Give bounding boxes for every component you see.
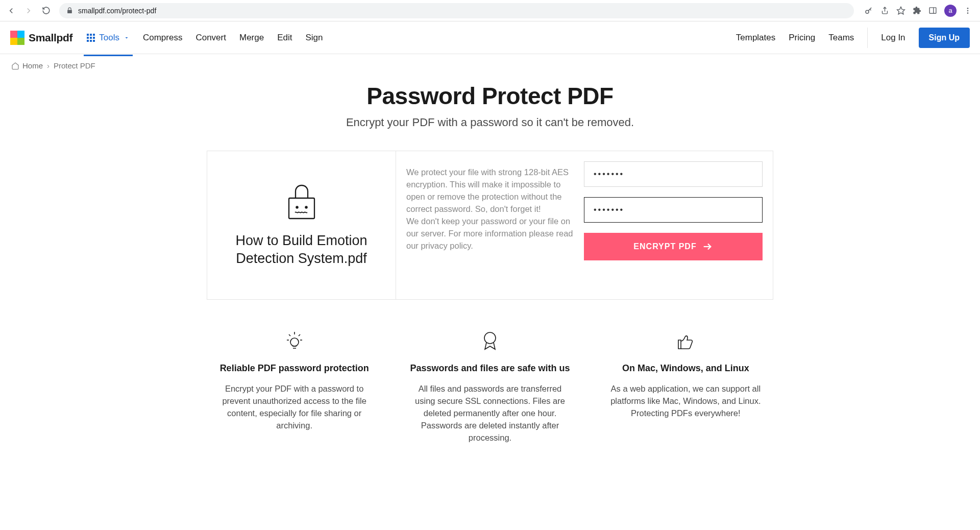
feature-safe: Passwords and files are safe with us All… [402, 330, 577, 444]
description-column: We protect your file with strong 128-bit… [396, 151, 584, 299]
confirm-password-input[interactable] [584, 197, 763, 223]
uploaded-file-name: How to Build Emotion Detection System.pd… [223, 232, 380, 268]
svg-point-4 [967, 8, 969, 9]
browser-reload-button[interactable] [39, 4, 53, 18]
nav-tools-label: Tools [99, 33, 119, 43]
feature-platforms: On Mac, Windows, and Linux As a web appl… [598, 330, 773, 444]
right-nav: Templates Pricing Teams Log In Sign Up [736, 28, 970, 48]
logo-mark-icon [10, 31, 24, 45]
file-column: How to Build Emotion Detection System.pd… [207, 151, 396, 299]
svg-point-9 [305, 206, 307, 208]
password-input[interactable] [584, 161, 763, 187]
nav-edit[interactable]: Edit [277, 33, 292, 43]
feature-reliable: Reliable PDF password protection Encrypt… [207, 330, 382, 444]
arrow-right-icon [702, 241, 713, 252]
breadcrumb-home[interactable]: Home [11, 61, 43, 70]
description-paragraph-2: We don't keep your password or your file… [406, 215, 574, 252]
svg-point-17 [484, 332, 496, 344]
lock-icon [66, 7, 73, 14]
page-content-viewport[interactable]: Smallpdf Tools Compress Convert Merge Ed… [0, 21, 980, 530]
lightbulb-icon [212, 330, 377, 352]
svg-point-11 [290, 338, 299, 346]
browser-back-button[interactable] [4, 4, 18, 18]
nav-merge[interactable]: Merge [239, 33, 264, 43]
browser-url-text: smallpdf.com/protect-pdf [78, 7, 156, 15]
breadcrumb-current: Protect PDF [54, 61, 95, 70]
breadcrumb-separator: › [47, 61, 50, 70]
feature-body: Encrypt your PDF with a password to prev… [212, 383, 377, 432]
feature-body: As a web application, we can support all… [603, 383, 768, 420]
page-title: Password Protect PDF [10, 82, 970, 110]
feature-body: All files and passwords are transferred … [407, 383, 572, 444]
nav-convert[interactable]: Convert [195, 33, 226, 43]
chevron-down-icon [124, 35, 130, 41]
svg-point-5 [967, 10, 969, 11]
star-icon[interactable] [896, 6, 905, 15]
encrypt-button-label: ENCRYPT PDF [633, 242, 696, 251]
svg-point-8 [296, 206, 298, 208]
divider [867, 28, 868, 48]
share-icon[interactable] [880, 6, 889, 15]
award-ribbon-icon [407, 330, 572, 352]
site-header: Smallpdf Tools Compress Convert Merge Ed… [0, 21, 980, 54]
extensions-icon[interactable] [913, 6, 921, 15]
nav-tools-dropdown[interactable]: Tools [87, 33, 130, 46]
form-column: ENCRYPT PDF [584, 151, 773, 299]
encrypt-button[interactable]: ENCRYPT PDF [584, 233, 763, 260]
nav-templates[interactable]: Templates [736, 33, 775, 43]
nav-sign[interactable]: Sign [305, 33, 323, 43]
nav-pricing[interactable]: Pricing [789, 33, 815, 43]
description-paragraph-1: We protect your file with strong 128-bit… [406, 166, 574, 215]
lock-illustration-icon [287, 183, 316, 221]
kebab-menu-icon[interactable] [964, 7, 972, 15]
svg-marker-1 [897, 7, 905, 14]
nav-compress[interactable]: Compress [143, 33, 182, 43]
feature-title: On Mac, Windows, and Linux [603, 363, 768, 374]
protect-card: How to Build Emotion Detection System.pd… [207, 151, 773, 300]
svg-point-6 [967, 12, 969, 14]
svg-line-13 [289, 334, 290, 336]
logo-text: Smallpdf [29, 32, 72, 44]
browser-address-bar[interactable]: smallpdf.com/protect-pdf [59, 3, 854, 18]
feature-title: Passwords and files are safe with us [407, 363, 572, 374]
key-icon[interactable] [864, 6, 873, 15]
site-logo[interactable]: Smallpdf [10, 31, 72, 45]
main-nav: Tools Compress Convert Merge Edit Sign [87, 33, 323, 43]
hero-section: Password Protect PDF Encrypt your PDF wi… [0, 77, 980, 144]
signup-button[interactable]: Sign Up [919, 28, 970, 48]
grid-icon [87, 34, 95, 42]
browser-chrome: smallpdf.com/protect-pdf a [0, 0, 980, 21]
page-subtitle: Encrypt your PDF with a password so it c… [10, 116, 970, 129]
nav-teams[interactable]: Teams [828, 33, 854, 43]
browser-forward-button[interactable] [21, 4, 36, 18]
profile-avatar[interactable]: a [944, 5, 957, 17]
panel-icon[interactable] [928, 6, 937, 15]
home-icon [11, 62, 19, 70]
svg-rect-2 [929, 8, 936, 13]
features-section: Reliable PDF password protection Encrypt… [207, 330, 773, 444]
thumbs-up-icon [603, 330, 768, 352]
feature-title: Reliable PDF password protection [212, 363, 377, 374]
browser-action-icons: a [860, 5, 976, 17]
login-link[interactable]: Log In [881, 33, 905, 43]
svg-rect-7 [289, 198, 314, 219]
breadcrumb: Home › Protect PDF [0, 54, 980, 77]
svg-line-14 [299, 334, 300, 336]
